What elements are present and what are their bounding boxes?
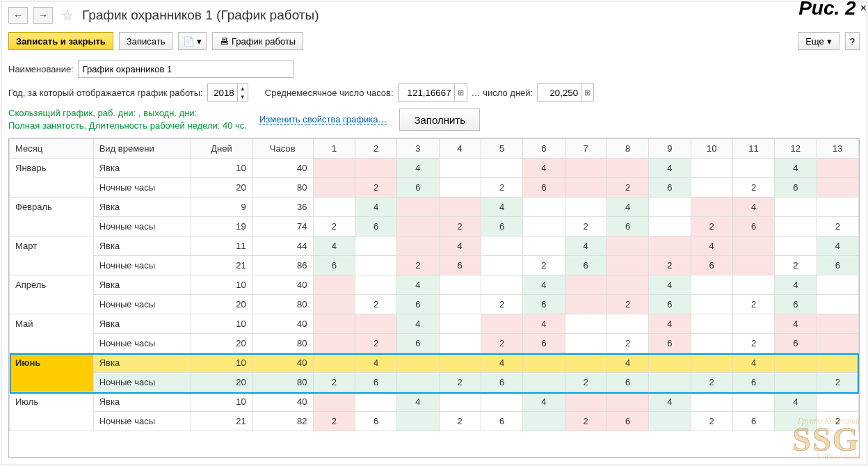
table-row[interactable]: МайЯвка10404444 <box>10 314 859 334</box>
day-cell[interactable]: 2 <box>649 256 691 275</box>
day-cell[interactable] <box>817 334 858 353</box>
day-cell[interactable] <box>817 159 858 178</box>
day-cell[interactable]: 4 <box>397 314 439 334</box>
day-cell[interactable] <box>439 275 481 295</box>
day-cell[interactable] <box>481 159 522 178</box>
day-cell[interactable]: 2 <box>606 334 648 353</box>
day-cell[interactable] <box>523 217 565 236</box>
day-cell[interactable]: 4 <box>649 392 691 412</box>
type-cell[interactable]: Явка <box>93 353 191 373</box>
year-spinner[interactable]: ▲ ▼ <box>207 83 248 102</box>
hours-cell[interactable]: 40 <box>252 275 313 295</box>
help-button[interactable]: ? <box>845 32 860 50</box>
type-cell[interactable]: Явка <box>93 392 191 412</box>
type-cell[interactable]: Ночные часы <box>93 256 191 275</box>
day-cell[interactable] <box>313 159 355 178</box>
day-cell[interactable]: 2 <box>732 334 774 353</box>
day-cell[interactable] <box>481 314 522 334</box>
day-cell[interactable]: 2 <box>691 412 732 431</box>
day-cell[interactable] <box>313 198 355 217</box>
day-cell[interactable]: 2 <box>439 373 481 392</box>
hours-cell[interactable]: 40 <box>252 159 313 178</box>
day-cell[interactable]: 4 <box>649 275 691 295</box>
day-cell[interactable]: 6 <box>732 217 774 236</box>
day-cell[interactable]: 6 <box>606 373 648 392</box>
day-cell[interactable]: 2 <box>606 178 648 198</box>
day-cell[interactable]: 2 <box>355 334 396 353</box>
month-cell[interactable]: Март <box>10 236 94 275</box>
day-cell[interactable] <box>817 353 858 373</box>
day-cell[interactable] <box>439 159 481 178</box>
day-cell[interactable]: 4 <box>691 236 732 256</box>
days-cell[interactable]: 10 <box>191 275 252 295</box>
day-cell[interactable]: 2 <box>817 217 858 236</box>
day-cell[interactable]: 4 <box>606 353 648 373</box>
day-cell[interactable] <box>691 392 732 412</box>
hours-cell[interactable]: 44 <box>252 236 313 256</box>
day-cell[interactable] <box>775 198 817 217</box>
type-cell[interactable]: Ночные часы <box>93 217 191 236</box>
hours-cell[interactable]: 40 <box>252 353 313 373</box>
col-day-12[interactable]: 12 <box>775 139 817 159</box>
hours-cell[interactable]: 80 <box>252 334 313 353</box>
table-row[interactable]: Ночные часы2182262626262 <box>10 412 859 431</box>
year-down[interactable]: ▼ <box>238 93 248 101</box>
col-day-6[interactable]: 6 <box>523 139 565 159</box>
day-cell[interactable] <box>397 236 439 256</box>
day-cell[interactable] <box>397 373 439 392</box>
day-cell[interactable] <box>817 314 858 334</box>
day-cell[interactable]: 6 <box>355 412 396 431</box>
day-cell[interactable] <box>775 217 817 236</box>
table-row[interactable]: ЯнварьЯвка10404444 <box>10 159 859 178</box>
day-cell[interactable]: 6 <box>606 412 648 431</box>
day-cell[interactable]: 2 <box>775 256 817 275</box>
attach-dropdown-button[interactable]: 📄 ▾ <box>178 32 207 50</box>
day-cell[interactable] <box>397 217 439 236</box>
days-cell[interactable]: 20 <box>191 178 252 198</box>
day-cell[interactable]: 4 <box>481 353 522 373</box>
day-cell[interactable] <box>606 236 648 256</box>
day-cell[interactable]: 6 <box>775 178 817 198</box>
day-cell[interactable] <box>565 159 606 178</box>
type-cell[interactable]: Явка <box>93 236 191 256</box>
day-cell[interactable] <box>606 314 648 334</box>
day-cell[interactable] <box>481 236 522 256</box>
days-cell[interactable]: 9 <box>191 198 252 217</box>
save-button[interactable]: Записать <box>119 32 173 50</box>
day-cell[interactable] <box>649 373 691 392</box>
day-cell[interactable]: 6 <box>397 295 439 314</box>
day-cell[interactable] <box>439 178 481 198</box>
col-day-5[interactable]: 5 <box>481 139 522 159</box>
day-cell[interactable] <box>565 334 606 353</box>
day-cell[interactable] <box>397 198 439 217</box>
fill-button[interactable]: Заполнить <box>399 109 480 131</box>
day-cell[interactable]: 4 <box>397 275 439 295</box>
day-cell[interactable]: 6 <box>523 178 565 198</box>
table-row[interactable]: Ночные часы208026262626 <box>10 334 859 353</box>
day-cell[interactable]: 6 <box>817 256 858 275</box>
day-cell[interactable]: 2 <box>313 412 355 431</box>
day-cell[interactable]: 4 <box>523 314 565 334</box>
hours-cell[interactable]: 80 <box>252 295 313 314</box>
hours-cell[interactable]: 86 <box>252 256 313 275</box>
day-cell[interactable] <box>606 256 648 275</box>
days-cell[interactable]: 20 <box>191 373 252 392</box>
day-cell[interactable]: 2 <box>481 178 522 198</box>
col-day-7[interactable]: 7 <box>565 139 606 159</box>
day-cell[interactable] <box>606 392 648 412</box>
day-cell[interactable]: 2 <box>691 217 732 236</box>
col-days[interactable]: Дней <box>191 139 252 159</box>
day-cell[interactable] <box>817 392 858 412</box>
name-input[interactable] <box>78 60 294 78</box>
day-cell[interactable]: 2 <box>565 217 606 236</box>
day-cell[interactable] <box>313 392 355 412</box>
type-cell[interactable]: Ночные часы <box>93 412 191 431</box>
table-row[interactable]: Ночные часы1974262626262 <box>10 217 859 236</box>
hours-cell[interactable]: 36 <box>252 198 313 217</box>
favorite-star-icon[interactable]: ☆ <box>61 7 74 24</box>
hours-cell[interactable]: 80 <box>252 373 313 392</box>
day-cell[interactable]: 2 <box>313 373 355 392</box>
day-cell[interactable]: 2 <box>523 256 565 275</box>
day-cell[interactable] <box>565 178 606 198</box>
table-row[interactable]: Ночные часы208026262626 <box>10 178 859 198</box>
